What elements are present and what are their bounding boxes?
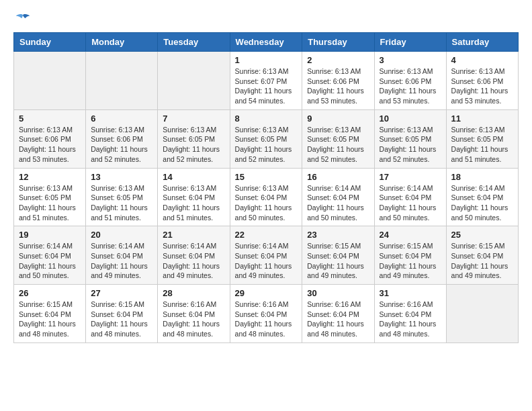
col-sunday: Sunday <box>14 33 86 52</box>
col-tuesday: Tuesday <box>158 33 230 52</box>
day-number: 9 <box>307 113 369 124</box>
day-number: 16 <box>307 172 369 182</box>
col-saturday: Saturday <box>446 33 518 52</box>
calendar-cell: 31Sunrise: 6:16 AM Sunset: 6:04 PM Dayli… <box>374 285 446 343</box>
day-number: 14 <box>163 172 224 182</box>
day-number: 29 <box>235 288 298 298</box>
day-info: Sunrise: 6:13 AM Sunset: 6:06 PM Dayligh… <box>91 125 152 165</box>
calendar-cell: 7Sunrise: 6:13 AM Sunset: 6:05 PM Daylig… <box>158 109 230 168</box>
calendar-cell: 23Sunrise: 6:15 AM Sunset: 6:04 PM Dayli… <box>302 226 374 285</box>
day-number: 10 <box>380 113 441 124</box>
calendar-cell: 8Sunrise: 6:13 AM Sunset: 6:05 PM Daylig… <box>230 109 302 168</box>
day-number: 30 <box>307 288 369 298</box>
day-info: Sunrise: 6:16 AM Sunset: 6:04 PM Dayligh… <box>163 300 224 339</box>
day-info: Sunrise: 6:14 AM Sunset: 6:04 PM Dayligh… <box>451 183 513 223</box>
calendar-week-row: 26Sunrise: 6:15 AM Sunset: 6:04 PM Dayli… <box>14 285 519 343</box>
day-number: 1 <box>235 55 298 65</box>
calendar-cell <box>14 52 86 110</box>
day-info: Sunrise: 6:15 AM Sunset: 6:04 PM Dayligh… <box>91 300 152 339</box>
day-number: 20 <box>91 230 152 240</box>
day-info: Sunrise: 6:13 AM Sunset: 6:05 PM Dayligh… <box>451 125 513 165</box>
calendar-week-row: 5Sunrise: 6:13 AM Sunset: 6:06 PM Daylig… <box>14 109 519 168</box>
day-number: 8 <box>235 113 298 124</box>
day-info: Sunrise: 6:13 AM Sunset: 6:07 PM Dayligh… <box>235 66 298 106</box>
day-info: Sunrise: 6:14 AM Sunset: 6:04 PM Dayligh… <box>380 183 441 223</box>
calendar-cell: 24Sunrise: 6:15 AM Sunset: 6:04 PM Dayli… <box>374 226 446 285</box>
calendar-cell: 3Sunrise: 6:13 AM Sunset: 6:06 PM Daylig… <box>374 52 446 110</box>
day-info: Sunrise: 6:14 AM Sunset: 6:04 PM Dayligh… <box>163 241 224 281</box>
day-info: Sunrise: 6:15 AM Sunset: 6:04 PM Dayligh… <box>380 241 441 281</box>
day-info: Sunrise: 6:13 AM Sunset: 6:05 PM Dayligh… <box>380 125 441 165</box>
calendar-cell: 11Sunrise: 6:13 AM Sunset: 6:05 PM Dayli… <box>446 109 518 168</box>
day-info: Sunrise: 6:13 AM Sunset: 6:05 PM Dayligh… <box>163 125 224 165</box>
day-number: 4 <box>451 55 513 65</box>
calendar-week-row: 1Sunrise: 6:13 AM Sunset: 6:07 PM Daylig… <box>14 52 519 110</box>
day-info: Sunrise: 6:15 AM Sunset: 6:04 PM Dayligh… <box>451 241 513 281</box>
day-number: 22 <box>235 230 298 240</box>
calendar-cell: 29Sunrise: 6:16 AM Sunset: 6:04 PM Dayli… <box>230 285 302 343</box>
calendar-cell: 26Sunrise: 6:15 AM Sunset: 6:04 PM Dayli… <box>14 285 86 343</box>
day-info: Sunrise: 6:14 AM Sunset: 6:04 PM Dayligh… <box>19 241 81 281</box>
day-info: Sunrise: 6:13 AM Sunset: 6:05 PM Dayligh… <box>307 125 369 165</box>
col-friday: Friday <box>374 33 446 52</box>
day-info: Sunrise: 6:13 AM Sunset: 6:04 PM Dayligh… <box>163 183 224 223</box>
calendar-cell <box>86 52 158 110</box>
col-wednesday: Wednesday <box>230 33 302 52</box>
day-info: Sunrise: 6:14 AM Sunset: 6:04 PM Dayligh… <box>235 241 298 281</box>
day-info: Sunrise: 6:16 AM Sunset: 6:04 PM Dayligh… <box>235 300 298 339</box>
calendar-cell: 28Sunrise: 6:16 AM Sunset: 6:04 PM Dayli… <box>158 285 230 343</box>
calendar-cell <box>446 285 518 343</box>
calendar-week-row: 19Sunrise: 6:14 AM Sunset: 6:04 PM Dayli… <box>14 226 519 285</box>
day-info: Sunrise: 6:13 AM Sunset: 6:05 PM Dayligh… <box>91 183 152 223</box>
calendar-cell <box>158 52 230 110</box>
day-number: 27 <box>91 288 152 298</box>
day-info: Sunrise: 6:13 AM Sunset: 6:06 PM Dayligh… <box>380 66 441 106</box>
day-info: Sunrise: 6:14 AM Sunset: 6:04 PM Dayligh… <box>91 241 152 281</box>
col-monday: Monday <box>86 33 158 52</box>
logo <box>13 13 32 26</box>
day-info: Sunrise: 6:13 AM Sunset: 6:06 PM Dayligh… <box>307 66 369 106</box>
day-number: 17 <box>380 172 441 182</box>
day-info: Sunrise: 6:16 AM Sunset: 6:04 PM Dayligh… <box>380 300 441 339</box>
day-number: 15 <box>235 172 298 182</box>
day-number: 25 <box>451 230 513 240</box>
calendar-week-row: 12Sunrise: 6:13 AM Sunset: 6:05 PM Dayli… <box>14 168 519 226</box>
day-number: 31 <box>380 288 441 298</box>
day-info: Sunrise: 6:13 AM Sunset: 6:05 PM Dayligh… <box>235 125 298 165</box>
day-number: 7 <box>163 113 224 124</box>
day-number: 2 <box>307 55 369 65</box>
calendar-cell: 4Sunrise: 6:13 AM Sunset: 6:06 PM Daylig… <box>446 52 518 110</box>
page-header <box>13 13 519 26</box>
calendar-cell: 27Sunrise: 6:15 AM Sunset: 6:04 PM Dayli… <box>86 285 158 343</box>
calendar-cell: 1Sunrise: 6:13 AM Sunset: 6:07 PM Daylig… <box>230 52 302 110</box>
day-number: 3 <box>380 55 441 65</box>
calendar-cell: 19Sunrise: 6:14 AM Sunset: 6:04 PM Dayli… <box>14 226 86 285</box>
calendar-cell: 20Sunrise: 6:14 AM Sunset: 6:04 PM Dayli… <box>86 226 158 285</box>
calendar-cell: 15Sunrise: 6:13 AM Sunset: 6:04 PM Dayli… <box>230 168 302 226</box>
day-info: Sunrise: 6:14 AM Sunset: 6:04 PM Dayligh… <box>307 183 369 223</box>
day-info: Sunrise: 6:15 AM Sunset: 6:04 PM Dayligh… <box>307 241 369 281</box>
calendar-cell: 14Sunrise: 6:13 AM Sunset: 6:04 PM Dayli… <box>158 168 230 226</box>
day-number: 13 <box>91 172 152 182</box>
day-number: 19 <box>19 230 81 240</box>
calendar-cell: 12Sunrise: 6:13 AM Sunset: 6:05 PM Dayli… <box>14 168 86 226</box>
day-number: 24 <box>380 230 441 240</box>
calendar-cell: 6Sunrise: 6:13 AM Sunset: 6:06 PM Daylig… <box>86 109 158 168</box>
col-thursday: Thursday <box>302 33 374 52</box>
day-info: Sunrise: 6:13 AM Sunset: 6:06 PM Dayligh… <box>451 66 513 106</box>
day-info: Sunrise: 6:13 AM Sunset: 6:06 PM Dayligh… <box>19 125 81 165</box>
calendar-header-row: Sunday Monday Tuesday Wednesday Thursday… <box>14 33 519 52</box>
calendar-cell: 5Sunrise: 6:13 AM Sunset: 6:06 PM Daylig… <box>14 109 86 168</box>
day-number: 18 <box>451 172 513 182</box>
calendar-cell: 16Sunrise: 6:14 AM Sunset: 6:04 PM Dayli… <box>302 168 374 226</box>
calendar-cell: 17Sunrise: 6:14 AM Sunset: 6:04 PM Dayli… <box>374 168 446 226</box>
day-number: 23 <box>307 230 369 240</box>
day-number: 12 <box>19 172 81 182</box>
day-info: Sunrise: 6:13 AM Sunset: 6:05 PM Dayligh… <box>19 183 81 223</box>
calendar-cell: 25Sunrise: 6:15 AM Sunset: 6:04 PM Dayli… <box>446 226 518 285</box>
day-info: Sunrise: 6:16 AM Sunset: 6:04 PM Dayligh… <box>307 300 369 339</box>
calendar-cell: 22Sunrise: 6:14 AM Sunset: 6:04 PM Dayli… <box>230 226 302 285</box>
day-info: Sunrise: 6:13 AM Sunset: 6:04 PM Dayligh… <box>235 183 298 223</box>
calendar-cell: 21Sunrise: 6:14 AM Sunset: 6:04 PM Dayli… <box>158 226 230 285</box>
day-number: 26 <box>19 288 81 298</box>
